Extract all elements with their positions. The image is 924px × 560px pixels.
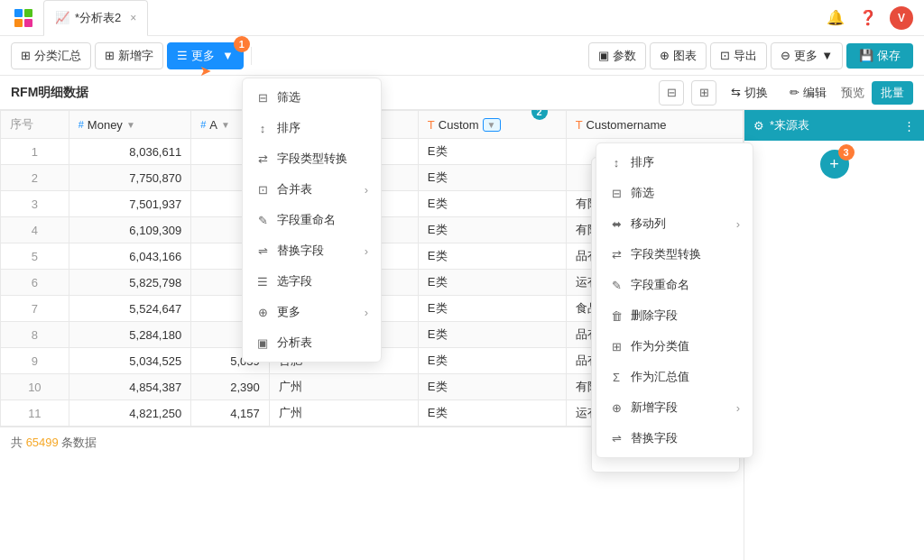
filter-menu-item[interactable]: ⊟ 筛选 — [243, 82, 381, 113]
top-bar: 📈 *分析表2 × 🔔 ❓ V — [0, 0, 924, 36]
col-rename-item[interactable]: ✎ 字段重命名 — [596, 270, 753, 300]
col-sort-icon: ↕ — [609, 156, 624, 170]
preview-btn[interactable]: 预览 — [841, 85, 864, 101]
toolbar2: RFM明细数据 ⊟ ⊞ ⇆ 切换 ✏ 编辑 预览 批量 — [0, 76, 924, 110]
export-icon: ⊡ — [720, 49, 730, 62]
new-field-icon: ⊞ — [105, 49, 115, 62]
col-type-item[interactable]: ⇄ 字段类型转换 — [596, 239, 753, 270]
right-panel-title: *来源表 — [770, 117, 809, 133]
col-sort-item[interactable]: ↕ 排序 — [596, 147, 753, 178]
export-btn[interactable]: ⊡ 导出 — [710, 42, 767, 69]
edit-icon: ✏ — [790, 86, 799, 99]
tab-close-icon[interactable]: × — [130, 12, 136, 24]
switch-icon: ⇆ — [731, 86, 741, 99]
merge-arrow3: › — [365, 183, 368, 197]
edit-btn[interactable]: ✏ 编辑 — [782, 81, 834, 105]
new-field-btn[interactable]: ⊞ 新增字 — [95, 42, 163, 69]
view-grid-btn[interactable]: ⊞ — [691, 80, 716, 106]
filter-icon3: ⊟ — [255, 91, 270, 105]
more-dropdown: ⊟ 筛选 ↕ 排序 ⇄ 字段类型转换 ⊡ 合并表 › ✎ 字段重命名 ⇌ 替换字… — [242, 78, 382, 363]
analysis-menu-item[interactable]: ▣ 分析表 — [243, 327, 381, 358]
main-area: 序号 # Money ▼ # A ▼ — [0, 110, 924, 560]
col-move-icon: ⬌ — [609, 217, 624, 231]
switch-btn[interactable]: ⇆ 切换 — [724, 81, 775, 105]
add-button[interactable]: + 3 — [820, 150, 849, 179]
col-add-field-icon: ⊕ — [609, 401, 624, 415]
tab-analysis2[interactable]: 📈 *分析表2 × — [43, 0, 148, 36]
col-delete-icon: 🗑 — [609, 309, 624, 323]
money-arrow-icon[interactable]: ▼ — [126, 120, 135, 130]
col-classify-val-item[interactable]: ⊞ 作为分类值 — [596, 331, 753, 362]
col-sum-item[interactable]: Σ 作为汇总值 — [596, 362, 753, 392]
col-dropdown: ↕ 排序 ⊟ 筛选 ⬌ 移动列 › ⇄ 字段类型转换 ✎ 字段重命名 🗑 删除字… — [596, 142, 753, 458]
col-money: # Money ▼ — [69, 111, 190, 139]
sort-menu-item[interactable]: ↕ 排序 — [243, 113, 381, 143]
col-sum-icon: Σ — [609, 371, 624, 384]
analysis-icon2: ▣ — [255, 336, 270, 350]
svg-rect-3 — [24, 19, 32, 27]
view-split-btn[interactable]: ⊟ — [659, 80, 684, 106]
svg-rect-2 — [14, 19, 23, 27]
col-filter-item[interactable]: ⊟ 筛选 — [596, 178, 753, 208]
col-type-icon: ⇄ — [609, 248, 624, 262]
a-arrow-icon[interactable]: ▼ — [221, 120, 230, 130]
save-button[interactable]: 💾 保存 — [846, 43, 913, 69]
save-icon: 💾 — [859, 49, 873, 62]
col-move-item[interactable]: ⬌ 移动列 › — [596, 208, 753, 239]
more-btn-badge: 1 — [234, 36, 250, 52]
col-classify-val-icon: ⊞ — [609, 340, 624, 353]
custom-arrow-icon[interactable]: ▼ — [483, 118, 501, 132]
col-delete-item[interactable]: 🗑 删除字段 — [596, 300, 753, 331]
col-move-arrow: › — [736, 217, 740, 231]
param-btn[interactable]: ▣ 参数 — [588, 42, 646, 69]
minus-circle-icon: ⊖ — [781, 49, 790, 62]
more-menu-item[interactable]: ⊕ 更多 › — [243, 297, 381, 327]
rename-icon3: ✎ — [255, 214, 270, 227]
select-menu-item[interactable]: ☰ 选字段 — [243, 266, 381, 297]
more-arrow: › — [365, 306, 368, 319]
footer-count: 共 65499 条数据 — [11, 435, 97, 451]
type-convert-menu-item[interactable]: ⇄ 字段类型转换 — [243, 143, 381, 174]
right-panel-more-icon[interactable]: ⋮ — [903, 119, 915, 133]
app-logo[interactable] — [11, 5, 36, 31]
col-replace-icon: ⇌ — [609, 432, 624, 445]
type-convert-icon3: ⇄ — [255, 152, 270, 166]
chart-btn[interactable]: ⊕ 图表 — [650, 42, 707, 69]
tab-label: *分析表2 — [75, 10, 121, 26]
rename-menu-item[interactable]: ✎ 字段重命名 — [243, 205, 381, 235]
col-add-field-item[interactable]: ⊕ 新增字段 › — [596, 392, 753, 423]
select-icon3: ☰ — [255, 275, 270, 289]
separator1 — [251, 47, 252, 65]
col-rename-icon: ✎ — [609, 279, 624, 292]
replace-arrow3: › — [365, 244, 368, 258]
col-customername: T Customername — [566, 111, 743, 139]
more2-arrow: ▼ — [821, 49, 833, 62]
col-add-arrow: › — [736, 401, 740, 415]
sort-icon3: ↕ — [255, 122, 270, 135]
right-panel-header: ⚙ *来源表 ⋮ — [744, 110, 924, 141]
merge-icon3: ⊡ — [255, 183, 270, 197]
dropdown-arrow-icon: ▼ — [222, 49, 234, 62]
toolbar1: ⊞ 分类汇总 ⊞ 新增字 ☰ 更多 ▼ 1 ➤ ▣ 参数 ⊕ 图表 ⊡ 导出 ⊖… — [0, 36, 924, 76]
batch-button[interactable]: 批量 — [872, 81, 913, 105]
right-panel: ⚙ *来源表 ⋮ + 3 📋 粘贴 ⊞ 分类汇总 ⊞ 新增字段 › — [744, 110, 924, 560]
bell-icon[interactable]: 🔔 — [825, 7, 846, 29]
toolbar-right: ▣ 参数 ⊕ 图表 ⊡ 导出 ⊖ 更多 ▼ 💾 保存 — [588, 42, 913, 69]
more-btn[interactable]: ☰ 更多 ▼ 1 ➤ — [167, 42, 244, 69]
classify-btn[interactable]: ⊞ 分类汇总 — [11, 42, 91, 69]
table-title: RFM明细数据 — [11, 85, 88, 101]
classify-icon: ⊞ — [21, 49, 31, 62]
replace-icon3: ⇌ — [255, 244, 270, 258]
col-filter-icon: ⊟ — [609, 187, 624, 200]
avatar[interactable]: V — [890, 6, 913, 30]
top-bar-right: 🔔 ❓ V — [825, 6, 913, 30]
replace-menu-item[interactable]: ⇌ 替换字段 › — [243, 235, 381, 266]
question-icon[interactable]: ❓ — [857, 7, 879, 29]
merge-menu-item[interactable]: ⊡ 合并表 › — [243, 174, 381, 205]
gear-icon: ⚙ — [753, 119, 764, 133]
toolbar2-right: ⊟ ⊞ ⇆ 切换 ✏ 编辑 预览 批量 — [659, 80, 913, 106]
svg-rect-1 — [24, 9, 32, 17]
more2-btn[interactable]: ⊖ 更多 ▼ — [771, 42, 843, 69]
chart-icon: ⊕ — [660, 49, 670, 62]
col-replace-item[interactable]: ⇌ 替换字段 — [596, 423, 753, 454]
